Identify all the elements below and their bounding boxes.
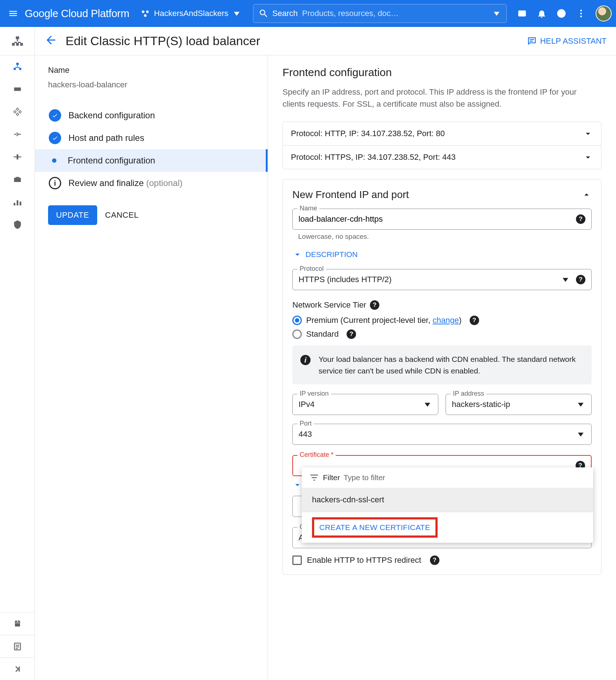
fe-name-input[interactable] bbox=[299, 214, 576, 224]
chevron-down-icon[interactable]: ▼ bbox=[492, 9, 501, 17]
checkbox-icon bbox=[292, 556, 302, 565]
rail-item-2[interactable] bbox=[0, 78, 35, 100]
step-frontend-config[interactable]: Frontend configuration bbox=[35, 149, 268, 172]
rail-load-balancing[interactable] bbox=[0, 55, 35, 78]
active-dot-icon bbox=[52, 158, 56, 163]
rail-bottom bbox=[0, 612, 35, 680]
frontend-http-row[interactable]: Protocol: HTTP, IP: 34.107.238.52, Port:… bbox=[283, 122, 601, 146]
dropdown-arrow-icon: ▼ bbox=[423, 400, 432, 408]
cloud-shell-icon[interactable] bbox=[517, 8, 527, 19]
network-services-icon[interactable] bbox=[0, 28, 35, 55]
page-header: Edit Classic HTTP(S) load balancer HELP … bbox=[35, 27, 616, 55]
rail-collapse[interactable] bbox=[0, 657, 35, 680]
notifications-icon[interactable] bbox=[537, 8, 547, 19]
rail-item-5[interactable] bbox=[0, 146, 35, 168]
check-icon bbox=[49, 109, 61, 122]
https-redirect-checkbox[interactable]: Enable HTTP to HTTPS redirect ? bbox=[292, 556, 592, 565]
update-button[interactable]: UPDATE bbox=[48, 205, 97, 225]
rail-item-3[interactable] bbox=[0, 100, 35, 123]
help-icon[interactable]: ? bbox=[576, 275, 585, 284]
arrow-back-icon bbox=[44, 33, 58, 47]
cancel-button[interactable]: CANCEL bbox=[105, 205, 139, 225]
chevron-down-icon bbox=[292, 480, 303, 490]
tier-premium-radio[interactable]: Premium (Current project-level tier, cha… bbox=[292, 316, 592, 325]
search-input[interactable] bbox=[302, 9, 492, 18]
project-picker[interactable]: HackersAndSlackers ▼ bbox=[136, 5, 246, 22]
svg-point-1 bbox=[146, 11, 149, 13]
chevron-down-icon bbox=[583, 152, 593, 162]
help-icon[interactable]: ? bbox=[470, 316, 479, 325]
left-rail bbox=[0, 27, 35, 680]
chevron-up-icon[interactable] bbox=[581, 190, 592, 200]
cert-option[interactable]: hackers-cdn-ssl-cert bbox=[302, 488, 593, 512]
description-toggle[interactable]: DESCRIPTION bbox=[292, 249, 592, 260]
rail-item-4[interactable] bbox=[0, 123, 35, 146]
protocol-field[interactable]: Protocol HTTPS (includes HTTP/2) ▼ ? bbox=[292, 269, 592, 290]
search-field[interactable]: Search ▼ bbox=[253, 4, 507, 23]
svg-rect-18 bbox=[16, 200, 18, 205]
chat-icon bbox=[527, 36, 537, 46]
svg-rect-17 bbox=[13, 203, 15, 205]
check-icon bbox=[49, 132, 61, 144]
svg-rect-8 bbox=[16, 36, 19, 39]
rail-release-notes[interactable] bbox=[0, 635, 35, 657]
frontend-config-panel: Frontend configuration Specify an IP add… bbox=[268, 55, 616, 680]
change-tier-link[interactable]: change bbox=[433, 316, 459, 325]
chevron-down-icon: ▼ bbox=[232, 9, 241, 17]
ip-version-field[interactable]: IP version IPv4▼ bbox=[292, 394, 438, 415]
rail-item-6[interactable] bbox=[0, 168, 35, 191]
svg-rect-12 bbox=[16, 63, 19, 65]
config-steps-panel: Name hackers-load-balancer Backend confi… bbox=[35, 55, 268, 680]
create-certificate-button[interactable]: CREATE A NEW CERTIFICATE bbox=[312, 517, 438, 538]
search-icon bbox=[258, 8, 269, 19]
content-columns: Name hackers-load-balancer Backend confi… bbox=[35, 55, 616, 680]
ip-address-field[interactable]: IP address hackers-static-ip▼ bbox=[446, 394, 592, 415]
svg-rect-3 bbox=[518, 11, 526, 16]
header-actions bbox=[517, 5, 612, 21]
dropdown-arrow-icon: ▼ bbox=[561, 276, 570, 284]
svg-rect-19 bbox=[19, 202, 21, 206]
gcp-logo[interactable]: Google Cloud Platform bbox=[25, 8, 129, 20]
step-backend-config[interactable]: Backend configuration bbox=[48, 104, 254, 127]
hamburger-icon bbox=[8, 8, 18, 19]
help-icon[interactable]: ? bbox=[347, 329, 356, 339]
svg-point-7 bbox=[580, 16, 582, 17]
dropdown-arrow-icon: ▼ bbox=[576, 400, 585, 408]
chevron-down-icon bbox=[583, 129, 593, 139]
account-avatar[interactable] bbox=[596, 5, 612, 21]
help-icon[interactable]: ? bbox=[430, 556, 439, 565]
panel-title: New Frontend IP and port bbox=[292, 189, 409, 201]
help-icon[interactable]: ? bbox=[576, 214, 585, 224]
svg-point-20 bbox=[17, 621, 18, 622]
help-icon[interactable] bbox=[556, 8, 566, 19]
help-assistant-button[interactable]: HELP ASSISTANT bbox=[527, 36, 607, 46]
more-icon[interactable] bbox=[576, 8, 586, 19]
port-field[interactable]: Port 443▼ bbox=[292, 424, 592, 445]
rail-marketplace[interactable] bbox=[0, 612, 35, 635]
step-review[interactable]: i Review and finalize (optional) bbox=[48, 172, 254, 194]
lb-name-value: hackers-load-balancer bbox=[48, 80, 254, 90]
dropdown-filter[interactable]: Filter Type to filter bbox=[302, 467, 593, 488]
name-label: Name bbox=[48, 66, 254, 75]
cdn-info-banner: i Your load balancer has a backend with … bbox=[292, 345, 592, 384]
network-tier-label: Network Service Tier ? bbox=[292, 300, 592, 310]
project-name: HackersAndSlackers bbox=[154, 9, 228, 18]
rail-item-7[interactable] bbox=[0, 191, 35, 213]
section-description: Specify an IP address, port and protocol… bbox=[283, 86, 601, 110]
frontend-https-row[interactable]: Protocol: HTTPS, IP: 34.107.238.52, Port… bbox=[283, 145, 601, 169]
svg-point-5 bbox=[580, 10, 582, 12]
back-button[interactable] bbox=[44, 33, 58, 49]
step-host-path[interactable]: Host and path rules bbox=[48, 127, 254, 149]
nav-menu-button[interactable] bbox=[4, 5, 22, 22]
svg-rect-16 bbox=[14, 178, 21, 182]
svg-rect-15 bbox=[14, 87, 21, 91]
tier-standard-radio[interactable]: Standard ? bbox=[292, 329, 592, 339]
rail-item-8[interactable] bbox=[0, 213, 35, 236]
search-container: Search ▼ bbox=[253, 4, 507, 23]
certificate-field[interactable]: Certificate * ? Filter Type to filter ha… bbox=[292, 455, 592, 476]
filter-icon bbox=[309, 473, 319, 483]
help-icon[interactable]: ? bbox=[370, 300, 379, 310]
certificate-dropdown: Filter Type to filter hackers-cdn-ssl-ce… bbox=[302, 467, 593, 543]
project-icon bbox=[140, 8, 150, 19]
dropdown-arrow-icon: ▼ bbox=[576, 430, 585, 438]
